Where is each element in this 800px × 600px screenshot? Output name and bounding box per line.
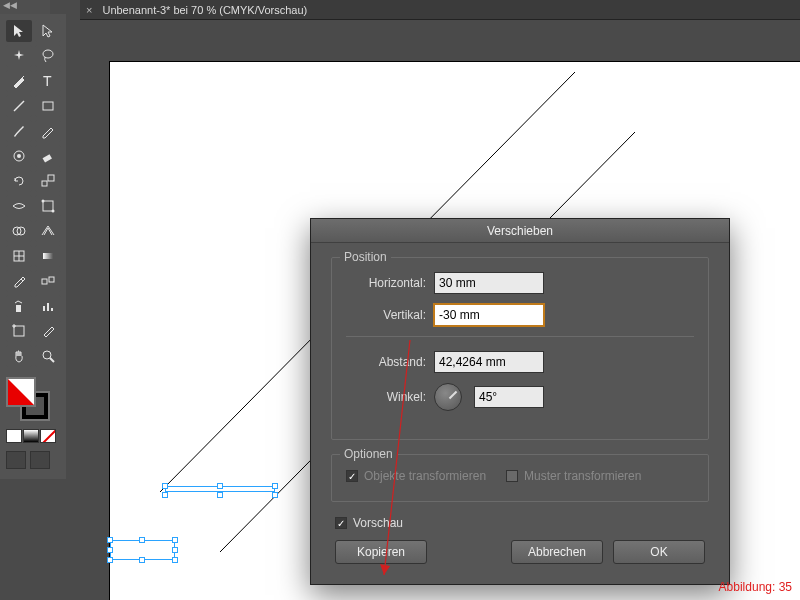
color-mode[interactable] [6, 429, 22, 443]
blend-tool[interactable] [35, 270, 61, 292]
sel-handle[interactable] [139, 557, 145, 563]
selection-tool[interactable] [6, 20, 32, 42]
fill-stroke-swatch[interactable] [6, 377, 54, 425]
svg-marker-32 [380, 564, 390, 575]
svg-point-5 [17, 154, 21, 158]
blob-brush-tool[interactable] [6, 145, 32, 167]
figure-caption: Abbildung: 35 [719, 580, 792, 594]
rotate-tool[interactable] [6, 170, 32, 192]
tools-panel: T [0, 14, 66, 479]
magic-wand-tool[interactable] [6, 45, 32, 67]
draw-behind[interactable] [30, 451, 50, 469]
line-segment-tool[interactable] [6, 95, 32, 117]
direct-selection-tool[interactable] [35, 20, 61, 42]
sel-handle[interactable] [272, 492, 278, 498]
horizontal-label: Horizontal: [346, 276, 426, 290]
angle-dial[interactable] [434, 383, 462, 411]
close-tab-icon[interactable]: × [86, 4, 92, 16]
draw-normal[interactable] [6, 451, 26, 469]
sel-handle[interactable] [272, 483, 278, 489]
svg-rect-22 [47, 303, 49, 311]
gradient-mode[interactable] [23, 429, 39, 443]
mesh-tool[interactable] [6, 245, 32, 267]
document-tab[interactable]: × Unbenannt-3* bei 70 % (CMYK/Vorschau) [80, 0, 800, 20]
sel-handle[interactable] [172, 557, 178, 563]
dialog-title: Verschieben [311, 219, 729, 243]
sel-handle[interactable] [139, 537, 145, 543]
shape-builder-tool[interactable] [6, 220, 32, 242]
vertical-input[interactable] [434, 304, 544, 326]
annotation-arrow [380, 340, 420, 590]
angle-input[interactable] [474, 386, 544, 408]
svg-rect-20 [16, 305, 21, 312]
svg-point-0 [43, 50, 53, 58]
svg-point-27 [43, 351, 51, 359]
eyedropper-tool[interactable] [6, 270, 32, 292]
width-tool[interactable] [6, 195, 32, 217]
eraser-tool[interactable] [35, 145, 61, 167]
slice-tool[interactable] [35, 320, 61, 342]
ok-button[interactable]: OK [613, 540, 705, 564]
svg-rect-19 [49, 277, 54, 282]
pen-tool[interactable] [6, 70, 32, 92]
none-mode[interactable] [40, 429, 56, 443]
sel-handle[interactable] [162, 492, 168, 498]
sel-handle[interactable] [107, 547, 113, 553]
horizontal-input[interactable] [434, 272, 544, 294]
ruler [80, 62, 108, 600]
svg-rect-23 [51, 308, 53, 311]
svg-rect-7 [42, 181, 47, 186]
pencil-tool[interactable] [35, 120, 61, 142]
svg-point-10 [42, 200, 45, 203]
column-graph-tool[interactable] [35, 295, 61, 317]
position-legend: Position [340, 250, 391, 264]
sel-handle[interactable] [217, 492, 223, 498]
sel-handle[interactable] [107, 557, 113, 563]
sel-handle[interactable] [217, 483, 223, 489]
svg-rect-3 [43, 102, 53, 110]
sel-handle[interactable] [172, 547, 178, 553]
svg-line-28 [50, 358, 54, 362]
rectangle-tool[interactable] [35, 95, 61, 117]
svg-rect-8 [48, 175, 54, 181]
sel-handle[interactable] [172, 537, 178, 543]
distance-input[interactable] [434, 351, 544, 373]
svg-text:T: T [43, 73, 52, 89]
svg-rect-6 [43, 154, 52, 162]
symbol-sprayer-tool[interactable] [6, 295, 32, 317]
svg-line-2 [14, 101, 24, 111]
paintbrush-tool[interactable] [6, 120, 32, 142]
lasso-tool[interactable] [35, 45, 61, 67]
cancel-button[interactable]: Abbrechen [511, 540, 603, 564]
svg-rect-18 [42, 279, 47, 284]
vertical-label: Vertikal: [346, 308, 426, 322]
document-title: Unbenannt-3* bei 70 % (CMYK/Vorschau) [102, 4, 307, 16]
artboard-tool[interactable] [6, 320, 32, 342]
hand-tool[interactable] [6, 345, 32, 367]
move-dialog: Verschieben Position Horizontal: Vertika… [310, 218, 730, 585]
svg-rect-9 [43, 201, 53, 211]
zoom-tool[interactable] [35, 345, 61, 367]
svg-rect-24 [14, 326, 24, 336]
transform-patterns-checkbox: Muster transformieren [506, 469, 641, 483]
panel-collapse[interactable]: ◀◀ [0, 0, 50, 14]
perspective-grid-tool[interactable] [35, 220, 61, 242]
svg-point-11 [52, 210, 55, 213]
svg-rect-21 [43, 306, 45, 311]
svg-rect-17 [43, 253, 53, 259]
type-tool[interactable]: T [35, 70, 61, 92]
gradient-tool[interactable] [35, 245, 61, 267]
free-transform-tool[interactable] [35, 195, 61, 217]
sel-handle[interactable] [162, 483, 168, 489]
sel-handle[interactable] [107, 537, 113, 543]
svg-line-31 [384, 340, 410, 575]
scale-tool[interactable] [35, 170, 61, 192]
